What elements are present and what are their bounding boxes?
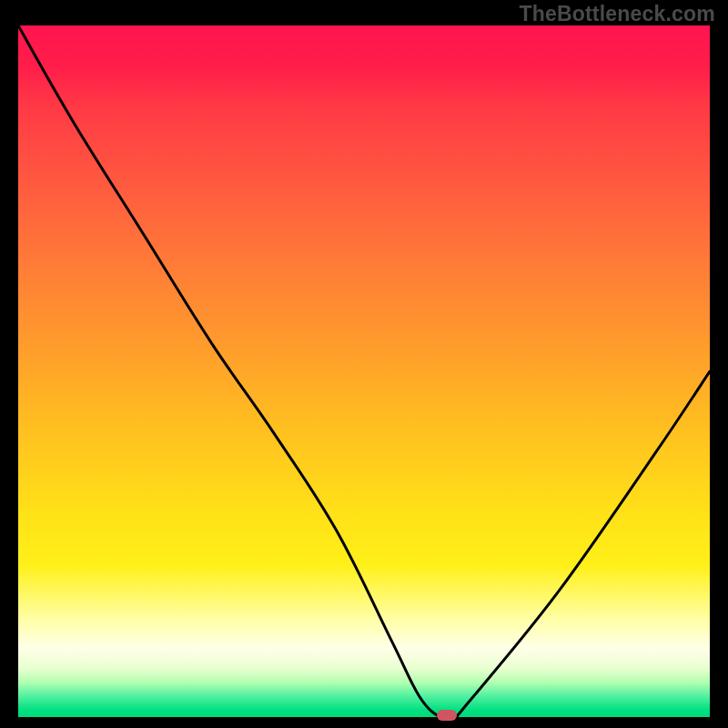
curve-svg <box>18 25 710 717</box>
bottleneck-curve-path <box>18 25 710 717</box>
optimum-marker <box>437 710 457 721</box>
plot-area <box>18 25 710 717</box>
chart-container: TheBottleneck.com <box>0 0 728 728</box>
watermark-label: TheBottleneck.com <box>519 2 715 26</box>
